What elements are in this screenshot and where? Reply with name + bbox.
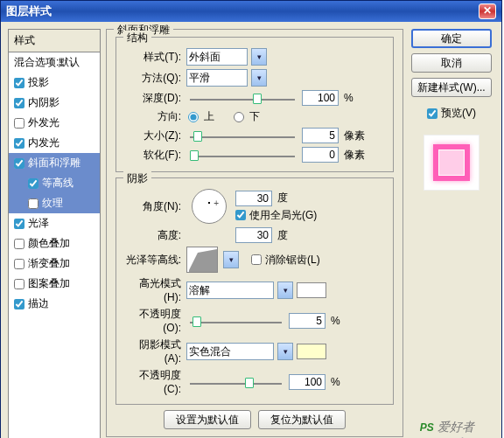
highlight-opacity-label: 不透明度(O): (123, 307, 183, 334)
antialias-label: 消除锯齿(L) (265, 253, 320, 268)
chk-outer-glow[interactable] (14, 118, 24, 129)
gloss-contour-picker[interactable] (186, 247, 218, 273)
new-style-button[interactable]: 新建样式(W)... (411, 78, 492, 97)
shadow-title: 阴影 (123, 171, 151, 186)
sidebar-item-bevel[interactable]: 斜面和浮雕 (9, 153, 100, 173)
style-label: 样式(T): (123, 50, 183, 65)
preview-chk[interactable] (427, 108, 438, 119)
set-default-button[interactable]: 设置为默认值 (164, 410, 251, 429)
sidebar-item-contour[interactable]: 等高线 (9, 173, 100, 193)
depth-input[interactable] (302, 90, 339, 106)
highlight-mode-dropdown-icon[interactable]: ▾ (277, 282, 293, 299)
shadow-opacity-label: 不透明度(C): (123, 368, 183, 395)
shadow-box: 阴影 角度(N): + 度 使用全局光(G) (116, 177, 394, 405)
sidebar-item-texture[interactable]: 纹理 (9, 193, 100, 213)
titlebar: 图层样式 ✕ (1, 1, 501, 22)
ok-button[interactable]: 确定 (411, 29, 492, 48)
dialog-title: 图层样式 (6, 3, 52, 19)
highlight-mode-label: 高光模式(H): (123, 276, 183, 303)
angle-input[interactable] (235, 191, 272, 206)
bevel-group: 斜面和浮雕 结构 样式(T): 外斜面 ▾ 方法(Q): 平滑 ▾ 深度(D): (106, 29, 403, 437)
svg-marker-0 (189, 249, 217, 272)
size-unit: 像素 (344, 129, 365, 143)
watermark: PS 爱好者 www.psahz.com (420, 419, 494, 438)
depth-label: 深度(D): (123, 91, 183, 106)
sidebar-item-drop-shadow[interactable]: 投影 (9, 73, 100, 93)
dir-down-radio[interactable] (234, 112, 244, 122)
sidebar-item-inner-shadow[interactable]: 内阴影 (9, 93, 100, 113)
chk-contour[interactable] (28, 178, 38, 189)
depth-unit: % (344, 92, 354, 104)
shadow-opacity-slider[interactable] (190, 376, 282, 388)
altitude-unit: 度 (277, 228, 288, 243)
chk-pattern-overlay[interactable] (14, 279, 24, 289)
sidebar-item-inner-glow[interactable]: 内发光 (9, 133, 100, 153)
soften-label: 软化(F): (123, 148, 183, 163)
size-input[interactable] (302, 128, 339, 143)
sidebar-header: 样式 (9, 30, 100, 52)
chk-stroke[interactable] (14, 299, 24, 309)
shadow-color-swatch[interactable] (297, 344, 326, 359)
size-slider[interactable] (190, 129, 295, 142)
style-combo[interactable]: 外斜面 (186, 48, 248, 66)
shadow-mode-label: 阴影模式(A): (123, 337, 183, 365)
depth-slider[interactable] (190, 92, 295, 104)
global-light-chk[interactable] (235, 210, 246, 220)
size-label: 大小(Z): (123, 129, 183, 143)
antialias-chk[interactable] (251, 254, 262, 265)
angle-unit: 度 (277, 191, 288, 205)
sidebar-item-outer-glow[interactable]: 外发光 (9, 113, 100, 133)
chk-inner-shadow[interactable] (14, 98, 24, 108)
chk-texture[interactable] (28, 198, 38, 209)
shadow-opacity-unit: % (331, 376, 340, 388)
sidebar-blend-options[interactable]: 混合选项:默认 (9, 52, 100, 73)
altitude-input[interactable] (235, 227, 272, 243)
highlight-opacity-unit: % (331, 315, 340, 327)
direction-label: 方向: (123, 109, 183, 124)
style-sidebar: 样式 混合选项:默认 投影 内阴影 外发光 内发光 斜面和浮雕 等高线 纹理 光… (8, 29, 101, 438)
sidebar-item-color-overlay[interactable]: 颜色叠加 (9, 233, 100, 254)
gloss-contour-label: 光泽等高线: (123, 253, 183, 268)
method-label: 方法(Q): (123, 71, 183, 86)
chk-gradient-overlay[interactable] (14, 259, 24, 269)
cancel-button[interactable]: 取消 (411, 53, 492, 73)
main-panel: 斜面和浮雕 结构 样式(T): 外斜面 ▾ 方法(Q): 平滑 ▾ 深度(D): (106, 29, 403, 438)
chk-satin[interactable] (14, 219, 24, 229)
angle-label: 角度(N): (123, 199, 183, 214)
right-column: 确定 取消 新建样式(W)... 预览(V) (409, 29, 494, 438)
sidebar-item-stroke[interactable]: 描边 (9, 294, 100, 314)
preview-label: 预览(V) (441, 106, 476, 121)
chk-color-overlay[interactable] (14, 239, 24, 249)
chk-bevel[interactable] (14, 158, 24, 169)
highlight-color-swatch[interactable] (297, 282, 326, 298)
global-light-label: 使用全局光(G) (249, 208, 317, 223)
structure-box: 结构 样式(T): 外斜面 ▾ 方法(Q): 平滑 ▾ 深度(D): (116, 37, 394, 172)
sidebar-item-pattern-overlay[interactable]: 图案叠加 (9, 274, 100, 294)
soften-slider[interactable] (190, 149, 295, 161)
highlight-mode-combo[interactable]: 溶解 (186, 282, 274, 299)
highlight-opacity-input[interactable] (289, 313, 326, 329)
shadow-mode-dropdown-icon[interactable]: ▾ (277, 343, 293, 360)
soften-unit: 像素 (344, 148, 365, 163)
reset-default-button[interactable]: 复位为默认值 (258, 410, 346, 429)
method-combo[interactable]: 平滑 (186, 69, 248, 87)
soften-input[interactable] (302, 147, 339, 163)
layer-style-dialog: 图层样式 ✕ 样式 混合选项:默认 投影 内阴影 外发光 内发光 斜面和浮雕 等… (0, 0, 502, 438)
sidebar-item-satin[interactable]: 光泽 (9, 213, 100, 233)
shadow-mode-combo[interactable]: 实色混合 (186, 343, 274, 360)
close-button[interactable]: ✕ (479, 3, 496, 19)
preview-thumbnail (424, 135, 480, 191)
style-dropdown-icon[interactable]: ▾ (251, 48, 267, 66)
chk-drop-shadow[interactable] (14, 78, 24, 88)
angle-dial[interactable]: + (192, 189, 227, 224)
sidebar-item-gradient-overlay[interactable]: 渐变叠加 (9, 254, 100, 274)
gloss-contour-dropdown-icon[interactable]: ▾ (223, 251, 239, 268)
altitude-label: 高度: (123, 228, 183, 243)
method-dropdown-icon[interactable]: ▾ (251, 69, 267, 87)
shadow-opacity-input[interactable] (289, 374, 326, 390)
structure-title: 结构 (123, 31, 151, 45)
dir-up-radio[interactable] (188, 112, 199, 122)
highlight-opacity-slider[interactable] (190, 315, 282, 327)
chk-inner-glow[interactable] (14, 138, 24, 149)
